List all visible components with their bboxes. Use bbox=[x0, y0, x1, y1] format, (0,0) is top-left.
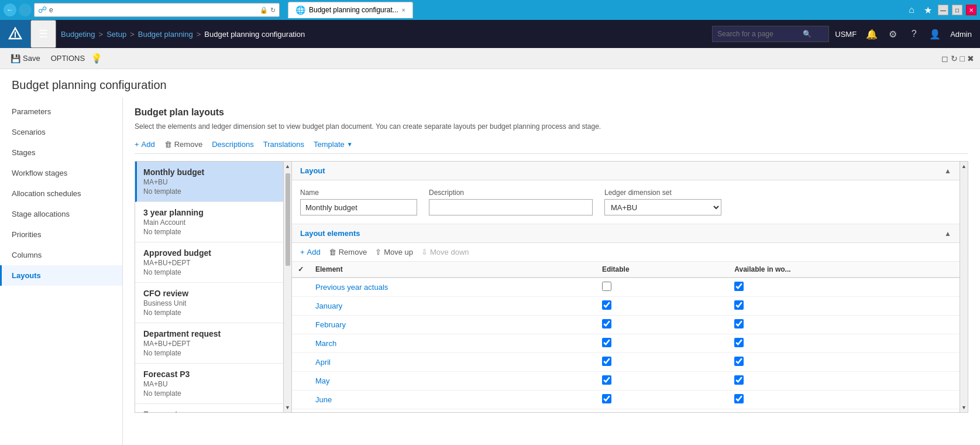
row-editable-4[interactable] bbox=[596, 353, 728, 372]
breadcrumb-budgeting[interactable]: Budgeting bbox=[61, 30, 95, 39]
row-editable-1[interactable] bbox=[596, 297, 728, 316]
breadcrumb-budget-planning[interactable]: Budget planning bbox=[138, 30, 193, 39]
layout-collapse-icon[interactable]: ▲ bbox=[944, 167, 951, 175]
available-checkbox-5[interactable] bbox=[734, 375, 744, 385]
active-tab[interactable]: 🌐 Budget planning configurat... × bbox=[288, 2, 413, 18]
help-button[interactable]: ? bbox=[905, 25, 923, 43]
row-element-3[interactable]: March bbox=[310, 334, 596, 353]
nav-item-columns[interactable]: Columns bbox=[0, 245, 122, 265]
elements-add-link[interactable]: + Add bbox=[300, 248, 321, 256]
table-row[interactable]: Previous year actuals bbox=[292, 278, 960, 297]
table-row[interactable]: June bbox=[292, 391, 960, 409]
profile-button[interactable]: 👤 bbox=[926, 25, 944, 43]
lightbulb-icon[interactable]: 💡 bbox=[91, 53, 102, 64]
row-check-cell-0[interactable] bbox=[292, 278, 310, 297]
row-available-0[interactable] bbox=[728, 278, 960, 297]
nav-item-stage-allocations[interactable]: Stage allocations bbox=[0, 204, 122, 224]
list-item-3-year-planning[interactable]: 3 year planning Main Account No template bbox=[135, 202, 283, 242]
row-available-5[interactable] bbox=[728, 372, 960, 391]
user-label[interactable]: Admin bbox=[947, 30, 975, 39]
row-available-6[interactable] bbox=[728, 391, 960, 409]
row-check-cell-6[interactable] bbox=[292, 391, 310, 409]
maximize-button[interactable]: □ bbox=[952, 5, 962, 15]
save-button[interactable]: 💾 Save bbox=[6, 52, 45, 66]
detail-scroll-down[interactable]: ▼ bbox=[960, 403, 968, 412]
nav-item-layouts[interactable]: Layouts bbox=[0, 265, 122, 286]
search-box[interactable]: 🔍 bbox=[712, 26, 829, 42]
row-editable-3[interactable] bbox=[596, 334, 728, 353]
row-available-1[interactable] bbox=[728, 297, 960, 316]
detail-scrollbar[interactable]: ▲ ▼ bbox=[960, 161, 968, 413]
list-item-approved-budget[interactable]: Approved budget MA+BU+DEPT No template bbox=[135, 242, 283, 283]
table-row[interactable]: July bbox=[292, 409, 960, 413]
editable-checkbox-4[interactable] bbox=[602, 357, 611, 366]
available-checkbox-0[interactable] bbox=[734, 282, 744, 291]
elements-table-wrapper[interactable]: ✓ Element Editable Available in wo... Pr… bbox=[292, 262, 960, 412]
row-check-cell-4[interactable] bbox=[292, 353, 310, 372]
hamburger-button[interactable]: ☰ bbox=[30, 20, 56, 48]
editable-checkbox-6[interactable] bbox=[602, 394, 611, 403]
row-editable-5[interactable] bbox=[596, 372, 728, 391]
list-item-forecast-p3[interactable]: Forecast P3 MA+BU No template bbox=[135, 364, 283, 404]
row-check-cell-2[interactable] bbox=[292, 316, 310, 334]
desc-input[interactable] bbox=[429, 199, 593, 215]
list-item-cfo-review[interactable]: CFO review Business Unit No template bbox=[135, 283, 283, 323]
back-button[interactable]: ← bbox=[4, 4, 16, 16]
scroll-down-arrow[interactable]: ▼ bbox=[284, 403, 291, 412]
settings-button[interactable]: ⚙ bbox=[883, 25, 902, 43]
home-button[interactable]: ⌂ bbox=[905, 4, 918, 16]
list-item-monthly-budget[interactable]: Monthly budget MA+BU No template bbox=[135, 162, 283, 202]
office-icon[interactable]: ◻ bbox=[941, 54, 948, 63]
elements-remove-link[interactable]: 🗑 Remove bbox=[329, 248, 367, 256]
layout-elements-collapse-icon[interactable]: ▲ bbox=[944, 230, 951, 238]
star-button[interactable]: ★ bbox=[921, 4, 934, 16]
row-editable-6[interactable] bbox=[596, 391, 728, 409]
list-item-forecast-summary[interactable]: Forecast summary bbox=[135, 404, 283, 412]
row-editable-2[interactable] bbox=[596, 316, 728, 334]
row-check-cell-5[interactable] bbox=[292, 372, 310, 391]
available-checkbox-3[interactable] bbox=[734, 338, 744, 347]
layout-elements-header[interactable]: Layout elements ▲ bbox=[292, 224, 960, 243]
options-button[interactable]: OPTIONS bbox=[46, 52, 90, 65]
nav-item-stages[interactable]: Stages bbox=[0, 142, 122, 163]
table-row[interactable]: January bbox=[292, 297, 960, 316]
nav-item-allocation-schedules[interactable]: Allocation schedules bbox=[0, 183, 122, 204]
editable-checkbox-0[interactable] bbox=[602, 282, 611, 291]
row-available-4[interactable] bbox=[728, 353, 960, 372]
name-input[interactable] bbox=[300, 199, 417, 215]
row-editable-7[interactable] bbox=[596, 409, 728, 413]
row-element-5[interactable]: May bbox=[310, 372, 596, 391]
row-element-1[interactable]: January bbox=[310, 297, 596, 316]
close-toolbar-icon[interactable]: ✖ bbox=[967, 54, 974, 63]
row-check-cell-3[interactable] bbox=[292, 334, 310, 353]
breadcrumb-setup[interactable]: Setup bbox=[106, 30, 126, 39]
table-row[interactable]: March bbox=[292, 334, 960, 353]
editable-checkbox-5[interactable] bbox=[602, 375, 611, 385]
ledger-select[interactable]: MA+BU Main Account Business Unit MA+BU+D… bbox=[604, 199, 721, 215]
editable-checkbox-1[interactable] bbox=[602, 300, 611, 310]
row-check-cell-1[interactable] bbox=[292, 297, 310, 316]
list-item-department-request[interactable]: Department request MA+BU+DEPT No templat… bbox=[135, 323, 283, 364]
row-editable-0[interactable] bbox=[596, 278, 728, 297]
descriptions-link[interactable]: Descriptions bbox=[212, 140, 254, 149]
address-bar[interactable]: ☍ e 🔒 ↻ bbox=[34, 3, 280, 17]
row-element-6[interactable]: June bbox=[310, 391, 596, 409]
row-available-2[interactable] bbox=[728, 316, 960, 334]
row-element-4[interactable]: April bbox=[310, 353, 596, 372]
nav-item-priorities[interactable]: Priorities bbox=[0, 224, 122, 245]
available-checkbox-1[interactable] bbox=[734, 300, 744, 310]
row-check-cell-7[interactable] bbox=[292, 409, 310, 413]
row-element-0[interactable]: Previous year actuals bbox=[310, 278, 596, 297]
translations-link[interactable]: Translations bbox=[263, 140, 304, 149]
nav-item-workflow-stages[interactable]: Workflow stages bbox=[0, 163, 122, 183]
available-checkbox-4[interactable] bbox=[734, 357, 744, 366]
company-label[interactable]: USMF bbox=[831, 30, 860, 39]
available-checkbox-2[interactable] bbox=[734, 319, 744, 328]
search-input[interactable] bbox=[717, 30, 799, 38]
available-checkbox-6[interactable] bbox=[734, 394, 744, 403]
row-available-7[interactable] bbox=[728, 409, 960, 413]
detach-icon[interactable]: □ bbox=[960, 54, 965, 63]
editable-checkbox-2[interactable] bbox=[602, 319, 611, 328]
editable-checkbox-3[interactable] bbox=[602, 338, 611, 347]
add-link[interactable]: + Add bbox=[135, 140, 155, 149]
